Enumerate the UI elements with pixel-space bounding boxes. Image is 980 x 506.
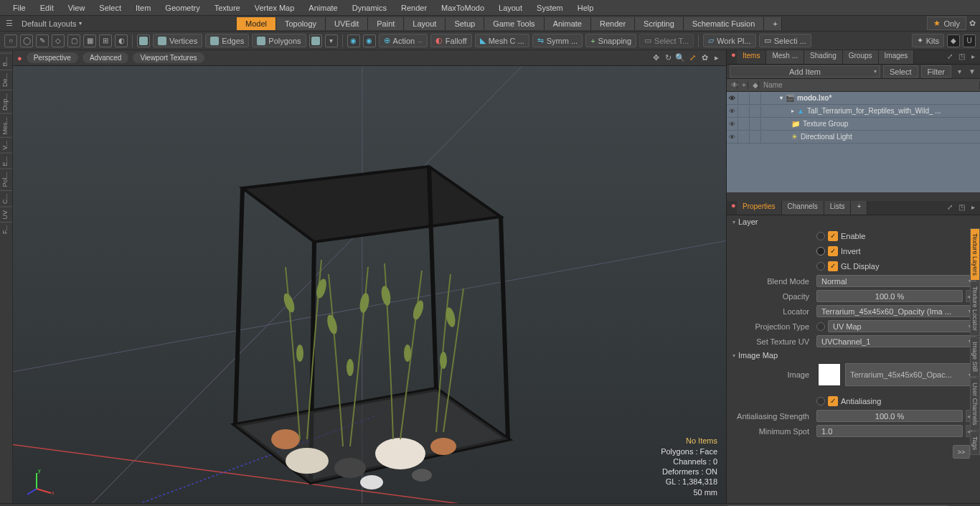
col-name[interactable]: Name [759,81,980,89]
lefttab-dup[interactable]: Dup... [0,90,12,113]
projection-radio[interactable] [816,322,825,331]
edgetab-texturelocator[interactable]: Texture Locator [970,281,980,336]
col-eye-icon[interactable]: 👁 [727,81,738,89]
tool-globe2-icon[interactable]: ◉ [363,34,376,47]
lefttab-b[interactable]: B... [0,53,12,70]
enable-radio[interactable] [816,232,825,240]
menu-geometry[interactable]: Geometry [158,4,207,12]
props-chev-icon[interactable]: ▸ [968,201,978,212]
viewport-3d[interactable]: No Items Polygons : Face Channels : 0 De… [13,66,726,503]
viewport-close-icon[interactable]: ● [17,54,22,62]
tool-pen-icon[interactable]: ✎ [36,34,49,47]
paneltab-plus[interactable]: + [851,201,867,215]
unreal-icon[interactable]: U [963,34,976,47]
tool-cube-icon[interactable] [137,34,150,47]
lefttab-v[interactable]: V... [0,137,12,153]
tab-paint[interactable]: Paint [368,17,404,30]
tab-animate[interactable]: Animate [545,17,591,30]
tool-ellipse-icon[interactable]: ◯ [20,34,33,47]
menu-system[interactable]: System [529,4,570,12]
lefttab-de[interactable]: De... [0,70,12,90]
group-layer[interactable]: Layer [727,215,980,228]
paneltab-items[interactable]: Items [737,50,766,64]
engine-icon[interactable]: ◆ [947,34,960,47]
tree-item-2[interactable]: 👁 ☀Directional Light [727,131,980,144]
vp-chev-icon[interactable]: ▸ [712,53,722,63]
polygons-button[interactable]: Polygons [252,34,306,47]
vertices-button[interactable]: Vertices [153,34,202,47]
menu-file[interactable]: File [6,4,33,12]
props-popout-icon[interactable]: ◳ [956,201,966,212]
vp-zoom-icon[interactable]: 🔍 [675,53,685,63]
edgetab-imagestill[interactable]: Image Still [970,337,980,377]
panel-expand-icon[interactable]: ⤢ [945,50,955,62]
menu-animate[interactable]: Animate [301,4,344,12]
vptab-textures[interactable]: Viewport Textures [133,52,204,63]
menu-dynamics[interactable]: Dynamics [345,4,394,12]
tree-root[interactable]: 👁 ▾🎬modo.lxo* [727,92,980,105]
props-expand-icon[interactable]: ⤢ [945,201,955,212]
menu-select[interactable]: Select [92,4,128,12]
lefttab-e[interactable]: E... [0,153,12,169]
paneltab-groups[interactable]: Groups [843,50,879,64]
layouts-icon[interactable]: ☰ [6,19,13,28]
tab-scripting[interactable]: Scripting [635,17,684,30]
items-close-icon[interactable]: ● [731,50,737,64]
paneltab-images[interactable]: Images [879,50,915,64]
meshc-button[interactable]: ◣Mesh C ... [475,34,529,47]
paneltab-channels[interactable]: Channels [782,201,824,215]
tab-gametools[interactable]: Game Tools [484,17,545,30]
paneltab-mesh[interactable]: Mesh ... [766,50,804,64]
tool-grid-icon[interactable]: ▦ [83,34,96,47]
invert-radio[interactable] [816,247,825,256]
vp-move-icon[interactable]: ✥ [651,53,661,63]
tab-layout[interactable]: Layout [404,17,446,30]
menu-vertexmap[interactable]: Vertex Map [248,4,302,12]
menu-help[interactable]: Help [570,4,601,12]
vptab-perspective[interactable]: Perspective [27,52,78,63]
edgetab-userchannels[interactable]: User Channels [970,378,980,431]
lefttab-f[interactable]: F... [0,222,12,237]
workpl-button[interactable]: ▱Work Pl... [703,34,755,47]
col-plus-icon[interactable]: + [738,81,748,89]
tab-topology[interactable]: Topology [276,17,326,30]
select-button[interactable]: Select [883,65,918,78]
tab-render[interactable]: Render [591,17,635,30]
tree-item-1[interactable]: 👁 📁Texture Group [727,118,980,131]
panel-chev-icon[interactable]: ▸ [968,50,978,62]
menu-layout[interactable]: Layout [491,4,529,12]
snapping-button[interactable]: +Snapping [585,34,636,47]
menu-edit[interactable]: Edit [33,4,61,12]
tool-grid2-icon[interactable]: ⊞ [99,34,112,47]
menu-item[interactable]: Item [128,4,158,12]
menu-texture[interactable]: Texture [207,4,248,12]
filter-button[interactable]: Filter [921,65,951,78]
action-button[interactable]: ⊕Action... [379,34,428,47]
only-toggle[interactable]: ★ Only [927,17,966,30]
tree-item-0[interactable]: 👁 ▸▲Tall_Terrarium_for_Reptiles_with_Wil… [727,105,980,118]
vp-gear-icon[interactable]: ✿ [699,53,710,63]
group-imagemap[interactable]: Image Map [727,349,980,362]
falloff-button[interactable]: ◐Falloff [430,34,472,47]
locator-dropdown[interactable]: Terrarium_45x45x60_Opacity (Ima ... [816,305,976,317]
enable-check[interactable]: ✓ [828,231,838,241]
gear-icon[interactable]: ✿ [969,19,976,28]
selectt-button[interactable]: ▭Select T... [639,34,694,47]
edgetab-texturelayers[interactable]: Texture Layers [970,228,980,281]
aa-check[interactable]: ✓ [828,396,838,406]
props-close-icon[interactable]: ● [731,201,737,215]
vp-refresh-icon[interactable]: ↻ [663,53,673,63]
symm-button[interactable]: ⇋Symm ... [532,34,583,47]
blendmode-dropdown[interactable]: Normal [816,275,976,287]
paneltab-shading[interactable]: Shading [804,50,843,64]
filter-chev-icon[interactable]: ▾ [954,66,964,78]
items-tree[interactable]: 👁 ▾🎬modo.lxo* 👁 ▸▲Tall_Terrarium_for_Rep… [727,92,980,192]
filter-funnel-icon[interactable]: ▼ [967,66,977,78]
tool-globe-icon[interactable]: ◉ [347,34,360,47]
col-color-icon[interactable]: ◆ [748,81,759,89]
opacity-input[interactable]: 100.0 % [816,290,963,302]
go-button[interactable]: >> [953,445,970,459]
projection-dropdown[interactable]: UV Map [828,320,976,332]
tab-model[interactable]: Model [237,17,276,30]
layouts-dropdown[interactable]: Default Layouts ▾ [17,18,86,29]
